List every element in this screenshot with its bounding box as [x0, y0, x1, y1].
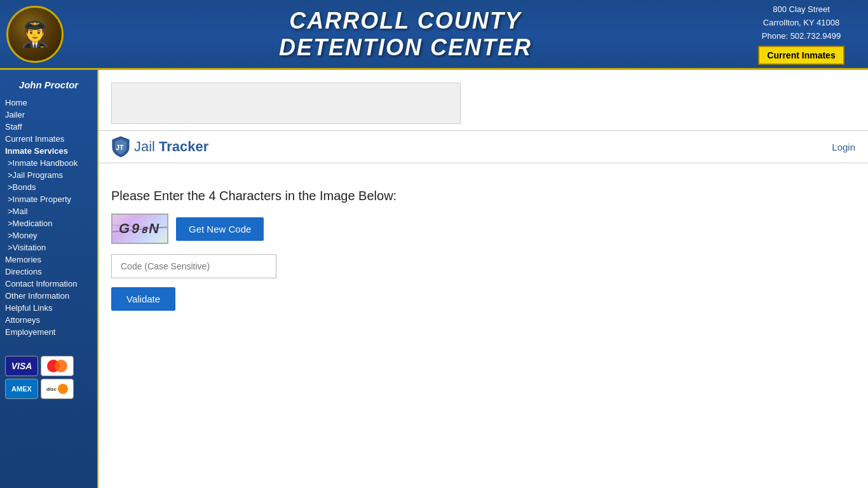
- phone-number: Phone: 502.732.9499: [741, 30, 862, 43]
- sidebar-item-other-information[interactable]: Other Information: [0, 290, 97, 302]
- login-link[interactable]: Login: [832, 142, 855, 152]
- validate-button[interactable]: Validate: [111, 287, 175, 311]
- captcha-section: Please Enter the 4 Characters in the Ima…: [98, 182, 868, 323]
- captcha-prompt-text: Please Enter the 4 Characters in the Ima…: [111, 189, 855, 203]
- mastercard-icon: [41, 356, 74, 376]
- sidebar-item-memories[interactable]: Memories: [0, 254, 97, 266]
- captcha-code-input[interactable]: [111, 254, 276, 278]
- sidebar-item-inmate-services[interactable]: Inmate Services: [0, 145, 97, 157]
- visa-card-icon: VISA: [5, 356, 38, 376]
- sidebar-item-bonds[interactable]: >Bonds: [0, 181, 97, 193]
- discover-card-icon: disc: [41, 379, 74, 399]
- jailtracker-shield-icon: JT: [111, 136, 130, 158]
- captcha-row: G9₈N Get New Code: [111, 214, 855, 244]
- captcha-image: G9₈N: [111, 214, 168, 244]
- sidebar-jailer-name: John Proctor: [0, 76, 97, 97]
- sidebar-item-contact-information[interactable]: Contact Information: [0, 278, 97, 290]
- jailtracker-tracker-text: Tracker: [159, 139, 208, 155]
- page-header: 🧑‍✈️ CARROLL COUNTY DETENTION CENTER 800…: [0, 0, 868, 70]
- sidebar-item-helpful-links[interactable]: Helpful Links: [0, 302, 97, 314]
- sidebar-item-current-inmates[interactable]: Current Inmates: [0, 133, 97, 145]
- banner-area: [98, 70, 868, 130]
- jailer-avatar: 🧑‍✈️: [6, 6, 64, 63]
- jailtracker-bar: JT JailTracker Login: [98, 130, 868, 163]
- sidebar-item-directions[interactable]: Directions: [0, 266, 97, 278]
- title-line1: CARROLL COUNTY: [70, 8, 741, 34]
- address-line1: 800 Clay Street: [741, 3, 862, 17]
- sidebar-item-home[interactable]: Home: [0, 97, 97, 109]
- sidebar-item-jail-programs[interactable]: >Jail Programs: [0, 169, 97, 181]
- address-line2: Carrollton, KY 41008: [741, 17, 862, 30]
- svg-text:JT: JT: [116, 144, 124, 151]
- payment-icons-container: VISA AMEX disc: [0, 351, 97, 404]
- title-line2: DETENTION CENTER: [70, 34, 741, 61]
- get-new-code-button[interactable]: Get New Code: [176, 217, 264, 241]
- main-content-area: JT JailTracker Login Please Enter the 4 …: [98, 70, 868, 488]
- amex-card-icon: AMEX: [5, 379, 38, 399]
- sidebar-item-mail[interactable]: >Mail: [0, 205, 97, 217]
- header-contact-info: 800 Clay Street Carrollton, KY 41008 Pho…: [741, 3, 868, 64]
- sidebar-item-attorneys[interactable]: Attorneys: [0, 314, 97, 326]
- jailtracker-jail-text: Jail: [134, 139, 155, 155]
- jailtracker-logo: JT JailTracker: [111, 136, 208, 158]
- sidebar-item-staff[interactable]: Staff: [0, 121, 97, 133]
- sidebar-item-medication[interactable]: >Medication: [0, 217, 97, 229]
- sidebar-item-money[interactable]: >Money: [0, 229, 97, 241]
- site-title: CARROLL COUNTY DETENTION CENTER: [70, 8, 741, 61]
- sidebar: John Proctor Home Jailer Staff Current I…: [0, 70, 98, 488]
- current-inmates-header-button[interactable]: Current Inmates: [758, 46, 844, 65]
- sidebar-item-inmate-property[interactable]: >Inmate Property: [0, 193, 97, 205]
- sidebar-item-inmate-handbook[interactable]: >Inmate Handbook: [0, 157, 97, 169]
- sidebar-item-employement[interactable]: Employement: [0, 326, 97, 338]
- avatar-container: 🧑‍✈️: [0, 0, 70, 69]
- captcha-code-display: G9₈N: [119, 220, 161, 237]
- banner-image: [111, 83, 461, 124]
- sidebar-item-jailer[interactable]: Jailer: [0, 109, 97, 121]
- sidebar-item-visitation[interactable]: >Visitation: [0, 241, 97, 254]
- main-layout: John Proctor Home Jailer Staff Current I…: [0, 70, 868, 488]
